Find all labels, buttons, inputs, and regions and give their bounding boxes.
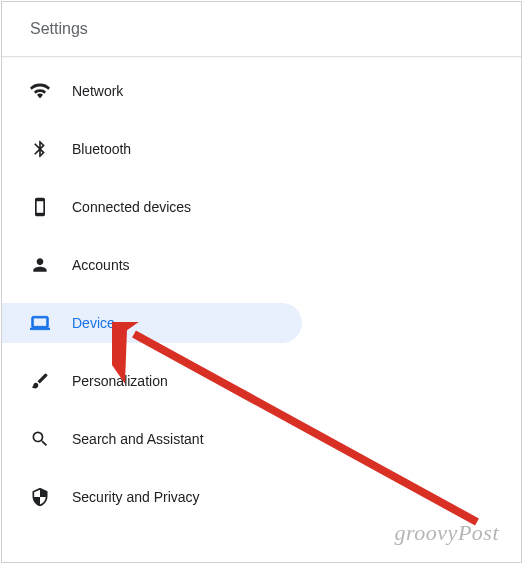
wifi-icon [30, 81, 50, 101]
shield-icon [30, 487, 50, 507]
settings-header: Settings [2, 2, 521, 57]
menu-item-accounts[interactable]: Accounts [2, 245, 521, 285]
menu-item-label: Security and Privacy [72, 489, 200, 505]
laptop-icon [30, 313, 50, 333]
settings-menu: Network Bluetooth Connected devices Acco… [2, 57, 521, 517]
search-icon [30, 429, 50, 449]
menu-item-bluetooth[interactable]: Bluetooth [2, 129, 521, 169]
person-icon [30, 255, 50, 275]
menu-item-label: Network [72, 83, 123, 99]
menu-item-security-privacy[interactable]: Security and Privacy [2, 477, 521, 517]
menu-item-label: Connected devices [72, 199, 191, 215]
menu-item-label: Accounts [72, 257, 130, 273]
menu-item-personalization[interactable]: Personalization [2, 361, 521, 401]
menu-item-connected-devices[interactable]: Connected devices [2, 187, 521, 227]
devices-icon [30, 197, 50, 217]
menu-item-label: Search and Assistant [72, 431, 204, 447]
menu-item-label: Device [72, 315, 115, 331]
page-title: Settings [30, 20, 497, 38]
menu-item-label: Personalization [72, 373, 168, 389]
menu-item-network[interactable]: Network [2, 71, 521, 111]
menu-item-label: Bluetooth [72, 141, 131, 157]
brush-icon [30, 371, 50, 391]
menu-item-device[interactable]: Device [2, 303, 302, 343]
watermark-text: groovyPost [395, 520, 499, 546]
bluetooth-icon [30, 139, 50, 159]
menu-item-search-assistant[interactable]: Search and Assistant [2, 419, 521, 459]
